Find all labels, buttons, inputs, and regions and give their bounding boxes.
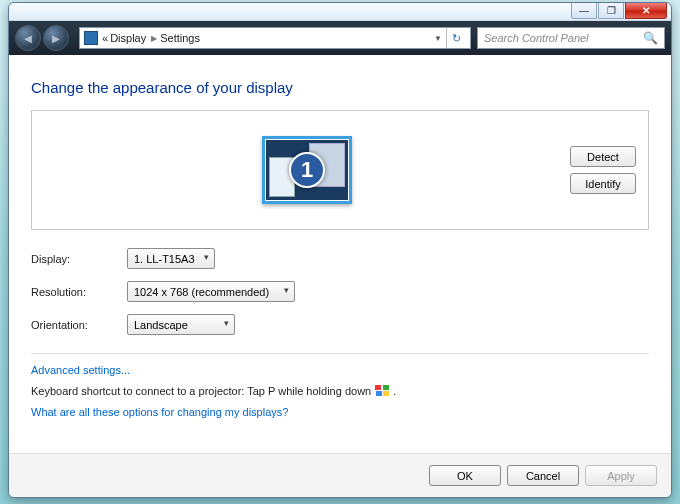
monitor-preview-area: 1 bbox=[44, 136, 570, 204]
windows-key-icon bbox=[375, 385, 389, 397]
control-panel-icon bbox=[84, 31, 98, 45]
address-dropdown-icon[interactable]: ▼ bbox=[430, 34, 446, 43]
maximize-button[interactable]: ❐ bbox=[598, 3, 624, 19]
orientation-row: Orientation: Landscape bbox=[31, 314, 649, 335]
identify-button[interactable]: Identify bbox=[570, 173, 636, 194]
back-button[interactable]: ◄ bbox=[15, 25, 41, 51]
display-dropdown[interactable]: 1. LL-T15A3 bbox=[127, 248, 215, 269]
display-preview-box: 1 Detect Identify bbox=[31, 110, 649, 230]
ok-button[interactable]: OK bbox=[429, 465, 501, 486]
detect-button[interactable]: Detect bbox=[570, 146, 636, 167]
display-row: Display: 1. LL-T15A3 bbox=[31, 248, 649, 269]
apply-button[interactable]: Apply bbox=[585, 465, 657, 486]
monitor-1-preview[interactable]: 1 bbox=[262, 136, 352, 204]
nav-buttons: ◄ ► bbox=[15, 25, 69, 51]
help-link[interactable]: What are all these options for changing … bbox=[31, 406, 649, 418]
keyboard-shortcut-text: Keyboard shortcut to connect to a projec… bbox=[31, 385, 649, 397]
breadcrumb-settings[interactable]: Settings bbox=[160, 32, 200, 44]
page-title: Change the appearance of your display bbox=[31, 79, 649, 96]
close-button[interactable]: ✕ bbox=[625, 3, 667, 19]
resolution-label: Resolution: bbox=[31, 286, 127, 298]
preview-buttons: Detect Identify bbox=[570, 146, 636, 194]
forward-button[interactable]: ► bbox=[43, 25, 69, 51]
cancel-button[interactable]: Cancel bbox=[507, 465, 579, 486]
orientation-dropdown[interactable]: Landscape bbox=[127, 314, 235, 335]
crumb-sep-icon: ▶ bbox=[148, 34, 160, 43]
monitor-number-badge: 1 bbox=[289, 152, 325, 188]
titlebar: — ❐ ✕ bbox=[9, 3, 671, 21]
orientation-label: Orientation: bbox=[31, 319, 127, 331]
resolution-row: Resolution: 1024 x 768 (recommended) bbox=[31, 281, 649, 302]
advanced-settings-link[interactable]: Advanced settings... bbox=[31, 364, 649, 376]
divider bbox=[31, 353, 649, 354]
refresh-button[interactable]: ↻ bbox=[446, 28, 466, 48]
minimize-button[interactable]: — bbox=[571, 3, 597, 19]
search-icon: 🔍 bbox=[643, 31, 658, 45]
address-bar[interactable]: « Display ▶ Settings ▼ ↻ bbox=[79, 27, 471, 49]
resolution-dropdown[interactable]: 1024 x 768 (recommended) bbox=[127, 281, 295, 302]
footer: OK Cancel Apply bbox=[9, 453, 671, 497]
search-input[interactable] bbox=[484, 32, 639, 44]
navbar: ◄ ► « Display ▶ Settings ▼ ↻ 🔍 bbox=[9, 21, 671, 55]
display-label: Display: bbox=[31, 253, 127, 265]
content-area: Change the appearance of your display 1 … bbox=[9, 55, 671, 453]
control-panel-window: — ❐ ✕ ◄ ► « Display ▶ Settings ▼ ↻ 🔍 Cha… bbox=[8, 2, 672, 498]
breadcrumb-display[interactable]: Display bbox=[108, 32, 148, 44]
search-box[interactable]: 🔍 bbox=[477, 27, 665, 49]
